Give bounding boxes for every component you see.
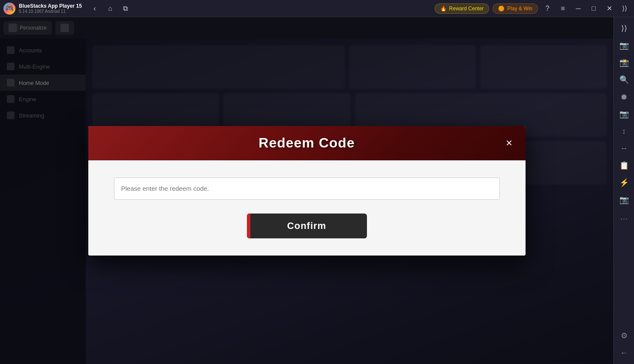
sidebar-zoom-button[interactable]: 🔍 [616,72,632,87]
confirm-button-accent [247,214,250,238]
app-version: 5.14.10.1007 Android 11 [19,9,82,14]
sidebar-resize-h-button[interactable]: ↔ [616,141,632,156]
modal-header-decoration [88,126,526,160]
app-logo: 🎮 [3,3,15,15]
sidebar-settings-button[interactable]: ⚙ [616,328,632,343]
sidebar-screen-record-button[interactable]: 📸 [616,55,632,70]
game-area: Personalize Accounts Multi-Engine Home M… [0,17,613,364]
redeem-input-container [114,177,500,200]
minimize-button[interactable]: ─ [572,3,584,15]
expand-button[interactable]: ⟩⟩ [619,3,631,15]
title-bar-right: 🔥 Reward Center 🟠 Play & Win ? ≡ ─ □ ✕ ⟩… [435,3,631,15]
modal-header: Redeem Code × [88,126,526,160]
close-button[interactable]: ✕ [603,3,615,15]
sidebar-expand-button[interactable]: ⟩⟩ [616,21,632,36]
sidebar-resize-v-button[interactable]: ↕ [616,123,632,139]
modal-close-button[interactable]: × [502,135,517,151]
modal-overlay[interactable]: Redeem Code × Confirm [0,17,613,364]
redeem-code-modal: Redeem Code × Confirm [88,126,526,256]
play-win-label: Play & Win [507,6,532,12]
close-icon: × [506,136,512,150]
redeem-code-input[interactable] [114,177,500,200]
home-button[interactable]: ⌂ [104,3,116,15]
sidebar-boost-button[interactable]: ⚡ [616,175,632,190]
sidebar-record-button[interactable]: ⏺ [616,89,632,105]
sidebar-back-button[interactable]: ← [616,345,632,361]
sidebar-macro-button[interactable]: 📷 [616,192,632,208]
reward-center-label: Reward Center [449,6,484,12]
play-win-button[interactable]: 🟠 Play & Win [493,3,538,14]
confirm-button-label: Confirm [287,220,326,232]
reward-center-button[interactable]: 🔥 Reward Center [435,3,490,14]
back-button[interactable]: ‹ [89,3,101,15]
main-wrapper: Personalize Accounts Multi-Engine Home M… [0,17,634,364]
title-bar: 🎮 BlueStacks App Player 15 5.14.10.1007 … [0,0,634,17]
sidebar-camera-button[interactable]: 📷 [616,106,632,122]
play-win-icon: 🟠 [498,6,505,12]
confirm-button[interactable]: Confirm [247,214,367,238]
nav-buttons: ‹ ⌂ ⧉ [89,3,132,15]
reward-icon: 🔥 [440,6,447,12]
menu-button[interactable]: ≡ [557,3,569,15]
app-info: BlueStacks App Player 15 5.14.10.1007 An… [19,3,82,14]
right-sidebar: ⟩⟩ 📷 📸 🔍 ⏺ 📷 ↕ ↔ 📋 ⚡ 📷 … ⚙ ← [613,17,634,364]
sidebar-more-button[interactable]: … [616,209,632,225]
modal-body: Confirm [88,160,526,256]
sidebar-clipboard-button[interactable]: 📋 [616,158,632,173]
sidebar-screenshot-button[interactable]: 📷 [616,38,632,53]
maximize-button[interactable]: □ [588,3,600,15]
help-button[interactable]: ? [541,3,553,15]
app-name: BlueStacks App Player 15 [19,3,82,9]
multi-button[interactable]: ⧉ [120,3,132,15]
